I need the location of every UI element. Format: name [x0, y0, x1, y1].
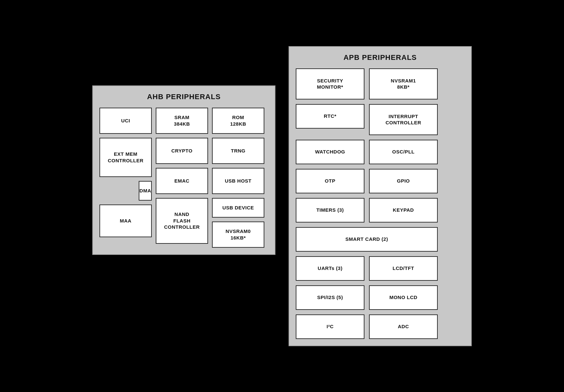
- ahb-usbhost-block: USB HOST: [212, 168, 264, 194]
- apb-rtc-block: RTC*: [296, 104, 364, 129]
- apb-spi-i2s-block: SPI/I2S (5): [296, 285, 364, 310]
- apb-panel: APB PERIPHERALS SECURITYMONITOR* NVSRAM1…: [289, 46, 472, 346]
- apb-osc-pll-block: OSC/PLL: [369, 140, 438, 164]
- ahb-dma-block: DMA: [139, 181, 152, 201]
- ahb-col-right: ROM128KB TRNG USB HOST USB DEVICE NVSRAM…: [212, 108, 264, 248]
- ahb-usbdevice-block: USB DEVICE: [212, 198, 264, 218]
- apb-watchdog-block: WATCHDOG: [296, 140, 364, 164]
- ahb-uci-block: UCI: [99, 108, 152, 134]
- apb-timers-block: TIMERS (3): [296, 198, 364, 223]
- ahb-maa-block: MAA: [99, 205, 152, 237]
- apb-mono-lcd-block: MONO LCD: [369, 285, 438, 310]
- ahb-col-left: UCI EXT MEMCONTROLLER DMA MAA: [99, 108, 152, 248]
- apb-uarts-block: UARTs (3): [296, 256, 364, 281]
- ahb-panel: AHB PERIPHERALS UCI EXT MEMCONTROLLER DM…: [92, 85, 275, 255]
- apb-lcd-tft-block: LCD/TFT: [369, 256, 438, 281]
- apb-grid: SECURITYMONITOR* NVSRAM18KB* RTC* INTERR…: [296, 68, 465, 339]
- apb-keypad-block: KEYPAD: [369, 198, 438, 223]
- ahb-crypto-block: CRYPTO: [156, 138, 208, 164]
- apb-nvsram1-block: NVSRAM18KB*: [369, 68, 438, 99]
- apb-interrupt-controller-block: INTERRUPTCONTROLLER: [369, 104, 438, 135]
- apb-security-monitor-block: SECURITYMONITOR*: [296, 68, 364, 99]
- apb-gpio-block: GPIO: [369, 169, 438, 193]
- apb-otp-block: OTP: [296, 169, 364, 193]
- apb-title: APB PERIPHERALS: [296, 53, 465, 62]
- ahb-rom-block: ROM128KB: [212, 108, 264, 134]
- ahb-trng-block: TRNG: [212, 138, 264, 164]
- diagram-container: AHB PERIPHERALS UCI EXT MEMCONTROLLER DM…: [79, 27, 485, 366]
- apb-adc-block: ADC: [369, 314, 438, 339]
- ahb-title: AHB PERIPHERALS: [99, 93, 268, 101]
- ahb-col-mid: SRAM384KB CRYPTO EMAC NANDFLASHCONTROLLE…: [156, 108, 208, 248]
- ahb-emac-block: EMAC: [156, 168, 208, 194]
- ahb-nand-block: NANDFLASHCONTROLLER: [156, 198, 208, 244]
- apb-smart-card-block: SMART CARD (2): [296, 227, 438, 252]
- ahb-nvsram0-block: NVSRAM016KB*: [212, 222, 264, 248]
- ahb-sram-block: SRAM384KB: [156, 108, 208, 134]
- apb-i2c-block: I²C: [296, 314, 364, 339]
- ahb-extmem-block: EXT MEMCONTROLLER: [99, 138, 152, 177]
